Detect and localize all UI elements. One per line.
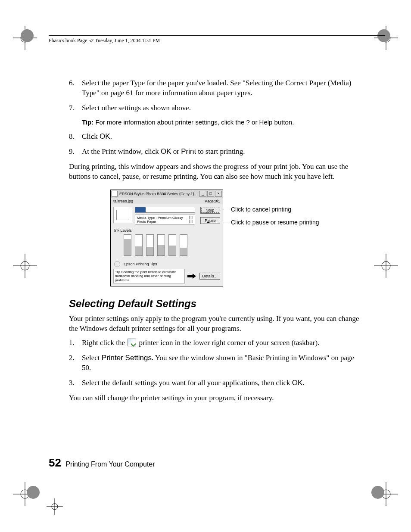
step-7: 7.Select other settings as shown above. (69, 103, 362, 113)
printer-icon (113, 207, 132, 223)
tips-row: Try cleaning the print heads to eliminat… (113, 269, 220, 284)
stop-button[interactable]: Stop (200, 207, 220, 214)
tip-note: Tip: For more information about printer … (82, 118, 362, 126)
scroll-spinner[interactable] (189, 216, 193, 223)
minimize-button[interactable]: _ (199, 191, 206, 197)
step-text: Right click the printer icon in the lowe… (82, 338, 362, 348)
ink-bar (168, 234, 176, 256)
step-number: 8. (69, 132, 82, 142)
step-number: 2. (69, 353, 82, 373)
page-counter: Page:0/1 (205, 199, 220, 203)
ink-bar (124, 234, 131, 256)
ink-bar (135, 234, 143, 256)
progress-window: EPSON Stylus Photo R300 Series (Copy 1) … (110, 190, 223, 287)
page: Pbasics.book Page 52 Tuesday, June 1, 20… (0, 0, 411, 532)
pause-button[interactable]: Pause (200, 217, 220, 224)
arrow-right-icon (187, 274, 197, 279)
step-9: 9.At the Print window, click OK or Print… (69, 147, 362, 157)
chapter-title: Printing From Your Computer (65, 460, 155, 468)
tip-help: Help (259, 118, 273, 126)
step-c1: 1.Right click the printer icon in the lo… (69, 338, 362, 348)
step-number: 6. (69, 78, 82, 98)
details-button[interactable]: Details... (199, 273, 220, 280)
step-number: 9. (69, 147, 82, 157)
tip-or: or (250, 118, 259, 126)
register-dot-icon (21, 29, 34, 42)
step-number: 7. (69, 103, 82, 113)
progress-bar (135, 207, 195, 213)
step-list-c: 1.Right click the printer icon in the lo… (69, 338, 362, 388)
body-paragraph: During printing, this window appears and… (69, 162, 362, 182)
crop-mark-icon (13, 254, 37, 278)
page-number: 52 (49, 456, 61, 469)
job-header: talltrees.jpg Page:0/1 (111, 198, 223, 204)
step-text: Select Printer Settings. You see the win… (82, 353, 362, 373)
window-title: EPSON Stylus Photo R300 Series (Copy 1) … (119, 192, 199, 196)
register-dot-icon (27, 486, 40, 499)
step-text: Select the paper Type for the paper you'… (82, 78, 362, 98)
step-list-a: 6.Select the paper Type for the paper yo… (69, 78, 362, 113)
bulb-icon (114, 261, 120, 267)
maximize-button[interactable]: □ (207, 191, 214, 197)
register-dot-icon (371, 486, 384, 499)
step-6: 6.Select the paper Type for the paper yo… (69, 78, 362, 98)
step-text: Select the default settings you want for… (82, 378, 362, 388)
step-text: At the Print window, click OK or Print t… (82, 147, 362, 157)
close-button[interactable]: × (215, 191, 222, 197)
button-column: Stop Pause (200, 207, 220, 225)
ink-bar (146, 234, 154, 256)
crop-mark-icon (47, 498, 63, 515)
running-header: Pbasics.book Page 52 Tuesday, June 1, 20… (49, 35, 385, 44)
tip-end: button. (272, 118, 294, 126)
callout-cancel: Click to cancel printing (231, 206, 319, 213)
page-footer: 52 Printing From Your Computer (49, 456, 155, 470)
callouts: Click to cancel printing Click to pause … (231, 190, 319, 226)
screenshot-figure: EPSON Stylus Photo R300 Series (Copy 1) … (110, 190, 362, 287)
ink-bar (157, 234, 165, 256)
step-c3: 3.Select the default settings you want f… (69, 378, 362, 388)
job-area: Media Type : Premium Glossy Photo Paper … (111, 204, 223, 227)
tip-text: For more information about printer setti… (93, 118, 246, 126)
step-list-b: 8.Click OK. 9.At the Print window, click… (69, 132, 362, 157)
body-paragraph: You can still change the printer setting… (69, 393, 362, 403)
ink-bar (180, 234, 187, 256)
body-paragraph: Your printer settings only apply to the … (69, 314, 362, 334)
step-number: 3. (69, 378, 82, 388)
tip-label: Tip: (82, 118, 93, 126)
callout-pause: Click to pause or resume printing (231, 219, 319, 226)
media-type-text: Media Type : Premium Glossy Photo Paper (137, 216, 189, 224)
section-heading: Selecting Default Settings (69, 298, 362, 310)
title-bar: EPSON Stylus Photo R300 Series (Copy 1) … (111, 190, 223, 198)
ink-levels-label: Ink Levels (111, 227, 223, 233)
step-text: Select other settings as shown above. (82, 103, 362, 113)
step-text: Click OK. (82, 132, 362, 142)
tips-header: Epson Printing Tips (111, 260, 223, 268)
tips-text: Try cleaning the print heads to eliminat… (113, 269, 185, 284)
step-8: 8.Click OK. (69, 132, 362, 142)
app-icon (112, 191, 118, 197)
ink-levels (111, 233, 223, 260)
tips-label: Epson Printing Tips (124, 262, 157, 266)
step-c2: 2.Select Printer Settings. You see the w… (69, 353, 362, 373)
tip-q: ? (246, 118, 250, 126)
file-name: talltrees.jpg (113, 199, 133, 203)
media-type-box: Media Type : Premium Glossy Photo Paper (135, 215, 195, 225)
tray-printer-icon (128, 339, 136, 346)
step-number: 1. (69, 338, 82, 348)
crop-mark-icon (374, 254, 398, 278)
content: 6.Select the paper Type for the paper yo… (69, 78, 362, 408)
